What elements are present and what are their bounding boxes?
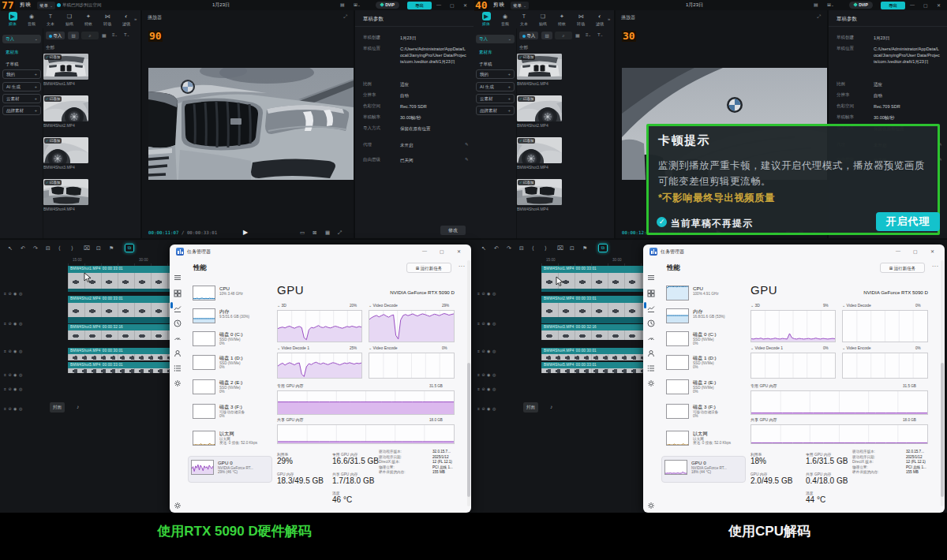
dvip-badge[interactable]: DVIP xyxy=(376,2,399,9)
maximize-button[interactable]: ▢ xyxy=(450,2,455,8)
track-header-controls[interactable]: ≡⊘◉◎ xyxy=(4,349,24,353)
tm-close-button[interactable]: ✕ xyxy=(930,248,934,254)
tm-sidebar-item-磁盘2(E:)[interactable]: 磁盘 2 (E:)SSD (NVMe)0% xyxy=(190,379,272,400)
cover-button[interactable]: 封面 xyxy=(523,402,538,413)
sidebar-item-我的[interactable]: 我的+ xyxy=(2,69,41,79)
tab-音频[interactable]: ◉音频 xyxy=(22,12,41,26)
tm-more-button[interactable]: ··· xyxy=(459,263,466,269)
filter-icon[interactable]: T⌄ xyxy=(597,32,603,37)
tm-minimize-button[interactable]: — xyxy=(422,248,427,253)
popup-checkbox[interactable]: ✓ xyxy=(657,217,667,227)
edit-pencil-icon[interactable]: ✎ xyxy=(465,157,469,162)
close-button[interactable]: ✕ xyxy=(937,2,941,8)
trim-left-icon[interactable]: ⟨ xyxy=(532,245,534,252)
import-button[interactable]: 导入 xyxy=(46,32,65,39)
view-toggle-icon[interactable]: ▦ xyxy=(102,32,107,38)
tm-sidebar-item-CPU[interactable]: CPU10% 3.48 GHz xyxy=(190,286,272,306)
settings-icon[interactable] xyxy=(647,498,655,506)
filter-icon[interactable]: T⌄ xyxy=(124,32,129,37)
draft-params-edit-button[interactable]: 修改 xyxy=(440,226,466,235)
trim-right-icon[interactable]: ⟩ xyxy=(545,245,547,252)
export-button[interactable]: 导出 xyxy=(881,2,905,10)
search-input[interactable]: ⌕ xyxy=(555,32,572,39)
tab-媒体[interactable]: ▶媒体 xyxy=(477,12,496,26)
sidebar-item-我的[interactable]: 我的+ xyxy=(476,69,515,79)
users-icon[interactable] xyxy=(174,346,182,354)
trim-right-icon[interactable]: ⟩ xyxy=(71,245,73,252)
minimize-button[interactable]: — xyxy=(910,2,915,7)
quality-icon[interactable]: ▭ xyxy=(300,230,305,236)
tm-sidebar-item-以太网[interactable]: 以太网以太网发送: 0 接收: 52.0 Kbps xyxy=(664,431,746,451)
tm-more-button[interactable]: ··· xyxy=(932,263,939,269)
processes-icon[interactable] xyxy=(647,286,655,294)
track-header-controls[interactable]: ≡⊘◉◎ xyxy=(477,291,498,296)
grid-layout-icon[interactable]: ⊞⌄ xyxy=(827,2,834,8)
sidebar-item-素材库[interactable]: 素材库 xyxy=(476,48,515,57)
tab-转场[interactable]: ⋈转场 xyxy=(571,12,590,26)
sort-icon[interactable]: ≡⌄ xyxy=(112,32,118,37)
performance-icon[interactable] xyxy=(647,301,655,309)
redo-icon[interactable]: ↷ xyxy=(507,245,511,252)
fullscreen-icon[interactable]: ⤢ xyxy=(338,230,342,236)
media-clip[interactable]: ✓已添加BMW4Shot2.MP4 xyxy=(517,95,562,128)
tab-转场[interactable]: ⋈转场 xyxy=(98,12,117,26)
trim-left-icon[interactable]: ⟨ xyxy=(58,245,61,252)
processes-icon[interactable] xyxy=(174,286,182,294)
sidebar-item-子草稿[interactable]: 子草稿 xyxy=(2,60,41,69)
select-tool-icon[interactable]: ↖ xyxy=(481,245,486,252)
startup-icon[interactable] xyxy=(174,331,182,339)
media-clip[interactable]: ✓已添加BMW4Shot1.MP4 xyxy=(517,54,562,86)
undo-icon[interactable]: ↶ xyxy=(494,245,499,252)
sidebar-item-导入[interactable]: 导入⌄ xyxy=(476,35,515,43)
tab-文本[interactable]: T文本 xyxy=(515,12,533,26)
services-icon[interactable] xyxy=(174,376,182,384)
tab-滤镜[interactable]: ◐滤镜 xyxy=(117,12,136,26)
media-clip[interactable]: ✓已添加BMW4Shot4.MP4 xyxy=(517,179,562,211)
tab-文本[interactable]: T文本 xyxy=(41,12,60,26)
sidebar-item-品牌素材[interactable]: 品牌素材+ xyxy=(476,106,515,115)
settings-icon[interactable] xyxy=(174,498,182,506)
performance-icon[interactable] xyxy=(174,301,182,309)
tm-run-new-task-button[interactable]: ⊞ 运行新任务 xyxy=(406,263,451,273)
tm-sidebar-item-磁盘2(E:)[interactable]: 磁盘 2 (E:)SSD (NVMe)0% xyxy=(664,379,746,400)
track-header-controls[interactable]: ≡⊘◉◎ xyxy=(477,349,498,353)
edit-pencil-icon[interactable]: ✎ xyxy=(465,142,469,147)
tm-sidebar-item-内存[interactable]: 内存16.8/31.6 GB (53%) xyxy=(664,308,746,329)
track-header-controls[interactable]: ≡⊘◉◎ xyxy=(4,386,24,391)
sidebar-item-云素材[interactable]: 云素材+ xyxy=(476,94,515,103)
sort-icon[interactable]: ≡⌄ xyxy=(586,32,591,37)
tm-sidebar-item-磁盘1(D:)[interactable]: 磁盘 1 (D:)SSD (NVMe)0% xyxy=(664,355,746,375)
main-track-controls[interactable]: ≡⊘◉◎ xyxy=(4,406,24,411)
ratio-icon[interactable]: ▦ xyxy=(325,230,330,236)
tm-sidebar-item-磁盘0(C:)[interactable]: 磁盘 0 (C:)SSD (NVMe)0% xyxy=(190,331,272,352)
tm-scrollbar[interactable] xyxy=(467,260,470,506)
tab-滤镜[interactable]: ◐滤镜 xyxy=(590,12,609,26)
menu-icon[interactable] xyxy=(647,271,655,278)
sidebar-item-AI 生成[interactable]: AI 生成+ xyxy=(476,82,515,91)
tm-maximize-button[interactable]: ▢ xyxy=(913,248,918,254)
folder-button[interactable]: ▤ xyxy=(68,32,79,39)
details-icon[interactable] xyxy=(647,361,655,369)
tab-贴纸[interactable]: ❏贴纸 xyxy=(60,12,79,26)
minimize-button[interactable]: — xyxy=(436,2,441,7)
layout-icon[interactable]: ▤ xyxy=(340,2,345,8)
media-clip[interactable]: ✓已添加BMW4Shot4.MP4 xyxy=(43,179,88,211)
tm-minimize-button[interactable]: — xyxy=(896,248,900,253)
users-icon[interactable] xyxy=(647,346,655,354)
split-icon[interactable]: ⊟ xyxy=(519,245,524,252)
sidebar-item-品牌素材[interactable]: 品牌素材+ xyxy=(2,106,41,115)
dvip-badge[interactable]: DVIP xyxy=(849,2,873,9)
search-input[interactable]: ⌕ xyxy=(81,32,99,39)
track-header-controls[interactable]: ≡⊘◉◎ xyxy=(4,372,24,377)
play-button[interactable]: ▶ xyxy=(243,229,248,236)
tm-sidebar-item-磁盘0(C:)[interactable]: 磁盘 0 (C:)SSD (NVMe)0% xyxy=(664,331,746,352)
ribbon-more-icon[interactable]: » xyxy=(134,17,137,21)
delete-icon[interactable]: ⌧ xyxy=(557,245,563,252)
track-header-controls[interactable]: ≡⊘◉◎ xyxy=(477,372,498,377)
track-header-controls[interactable]: ≡⊘◉◎ xyxy=(477,321,498,326)
tm-sidebar-item-磁盘1(D:)[interactable]: 磁盘 1 (D:)SSD (NVMe)0% xyxy=(190,355,272,375)
menu-icon[interactable] xyxy=(174,271,182,278)
split-icon[interactable]: ⊟ xyxy=(46,245,51,252)
layout-icon[interactable]: ▤ xyxy=(814,2,818,8)
proxy-mode-icon[interactable]: ⧉ xyxy=(125,244,134,252)
